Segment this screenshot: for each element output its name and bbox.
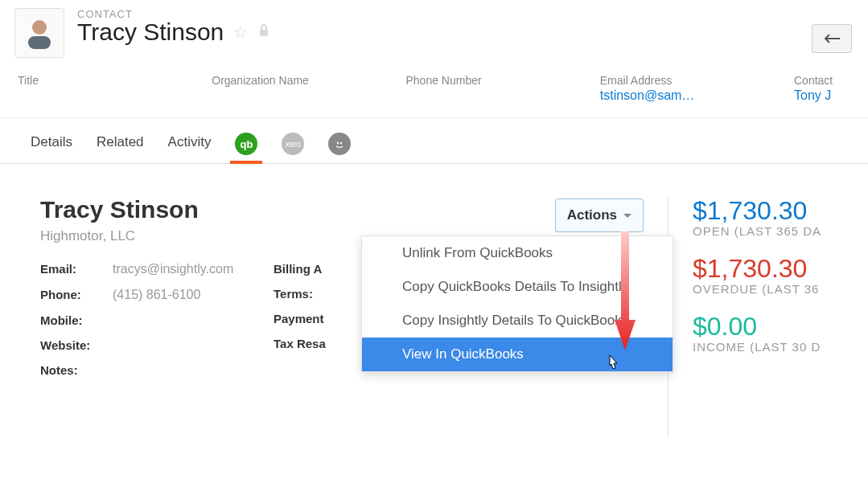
xero-icon: xero — [282, 133, 304, 155]
svg-point-0 — [32, 20, 47, 35]
stat-open-label: OPEN (LAST 365 DA — [693, 224, 821, 238]
svg-rect-2 — [260, 30, 268, 36]
action-copy-qb-to-insightly[interactable]: Copy QuickBooks Details To Insightly — [362, 270, 673, 304]
quickbooks-icon: qb — [235, 133, 257, 155]
content-area: Tracy Stinson Highmotor, LLC Email: trac… — [0, 164, 868, 437]
tabs: Details Related Activity qb xero — [0, 118, 868, 164]
tax-label: Tax Resa — [274, 337, 370, 350]
website-label: Website: — [40, 338, 113, 352]
tab-related[interactable]: Related — [97, 134, 144, 162]
email-label: Email: — [40, 262, 113, 276]
action-unlink[interactable]: Unlink From QuickBooks — [362, 236, 673, 270]
tab-mailchimp[interactable] — [328, 133, 351, 163]
actions-button[interactable]: Actions — [555, 198, 644, 232]
svg-rect-1 — [28, 36, 51, 49]
actions-dropdown: Unlink From QuickBooks Copy QuickBooks D… — [361, 235, 673, 372]
terms-label: Terms: — [274, 287, 370, 301]
avatar[interactable] — [14, 8, 64, 58]
contact-name: Tracy Stinson — [77, 18, 224, 46]
lock-icon[interactable] — [257, 24, 270, 41]
meta-title-label: Title — [18, 74, 212, 87]
email-value: tracys@insightly.com — [113, 262, 233, 276]
meta-phone-label: Phone Number — [406, 74, 600, 87]
meta-owner-value[interactable]: Tony J — [794, 88, 850, 103]
phone-value: (415) 861-6100 — [113, 288, 200, 302]
mailchimp-icon — [328, 133, 351, 155]
tab-quickbooks[interactable]: qb — [235, 133, 257, 163]
star-icon[interactable]: ☆ — [233, 23, 248, 42]
stats-panel: $1,730.30 OPEN (LAST 365 DA $1,730.30 OV… — [693, 196, 821, 437]
stat-overdue-label: OVERDUE (LAST 36 — [693, 282, 821, 296]
main-panel: Tracy Stinson Highmotor, LLC Email: trac… — [40, 196, 668, 437]
tab-xero[interactable]: xero — [282, 133, 304, 163]
tab-details[interactable]: Details — [31, 134, 72, 162]
meta-email-value[interactable]: tstinson@sam… — [600, 88, 794, 103]
back-button[interactable] — [812, 24, 852, 53]
mobile-label: Mobile: — [40, 313, 113, 327]
stat-income-label: INCOME (LAST 30 D — [693, 340, 821, 354]
action-view-in-quickbooks[interactable]: View In QuickBooks — [362, 338, 673, 371]
back-arrow-icon — [823, 33, 841, 44]
svg-point-4 — [337, 142, 339, 144]
tab-activity[interactable]: Activity — [168, 134, 212, 162]
payment-label: Payment — [274, 312, 370, 325]
meta-org-label: Organization Name — [212, 74, 405, 87]
chevron-down-icon — [623, 214, 631, 218]
meta-email-label: Email Address — [600, 74, 794, 87]
actions-button-label: Actions — [567, 207, 617, 223]
action-copy-insightly-to-qb[interactable]: Copy Insightly Details To QuickBooks — [362, 304, 673, 338]
page-header: CONTACT Tracy Stinson ☆ — [0, 0, 868, 58]
stat-overdue-value: $1,730.30 — [693, 254, 821, 284]
billing-label: Billing A — [274, 262, 370, 276]
svg-point-5 — [340, 142, 342, 144]
meta-owner-label: Contact — [794, 74, 850, 87]
phone-label: Phone: — [40, 288, 113, 302]
stat-income-value: $0.00 — [693, 312, 821, 342]
meta-row: Title Organization Name Phone Number Ema… — [0, 58, 868, 118]
avatar-icon — [22, 15, 57, 51]
stat-open-value: $1,730.30 — [693, 196, 821, 226]
notes-label: Notes: — [40, 363, 113, 377]
